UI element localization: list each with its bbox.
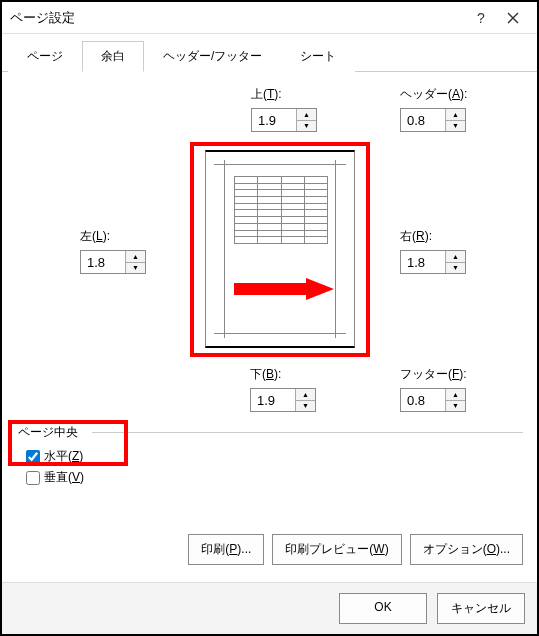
center-horizontal-label: 水平(Z) bbox=[44, 448, 83, 465]
page-center-legend: ページ中央 bbox=[16, 424, 80, 441]
left-margin-input[interactable] bbox=[81, 251, 125, 273]
svg-rect-0 bbox=[234, 283, 306, 295]
arrow-right-icon bbox=[234, 278, 334, 300]
header-margin-label: ヘッダー(A): bbox=[400, 86, 467, 103]
close-button[interactable] bbox=[497, 4, 529, 32]
print-preview-button[interactable]: 印刷プレビュー(W) bbox=[272, 534, 401, 565]
spin-up-icon[interactable]: ▲ bbox=[446, 109, 465, 121]
spin-up-icon[interactable]: ▲ bbox=[446, 251, 465, 263]
spin-up-icon[interactable]: ▲ bbox=[446, 389, 465, 401]
spin-down-icon[interactable]: ▼ bbox=[446, 263, 465, 274]
margins-area: 上(T): ▲▼ ヘッダー(A): ▲▼ 左(L): ▲▼ 右(R): bbox=[16, 86, 523, 426]
titlebar: ページ設定 ? bbox=[2, 2, 537, 34]
tab-page[interactable]: ページ bbox=[8, 41, 82, 72]
spin-up-icon[interactable]: ▲ bbox=[126, 251, 145, 263]
spin-down-icon[interactable]: ▼ bbox=[297, 121, 316, 132]
top-margin-input[interactable] bbox=[252, 109, 296, 131]
spin-down-icon[interactable]: ▼ bbox=[126, 263, 145, 274]
bottom-margin-spinner[interactable]: ▲▼ bbox=[250, 388, 316, 412]
page-preview bbox=[205, 150, 355, 348]
bottom-margin-input[interactable] bbox=[251, 389, 295, 411]
top-margin-label: 上(T): bbox=[251, 86, 282, 103]
tab-sheet[interactable]: シート bbox=[281, 41, 355, 72]
help-button[interactable]: ? bbox=[465, 4, 497, 32]
header-margin-spinner[interactable]: ▲▼ bbox=[400, 108, 466, 132]
action-button-row: 印刷(P)... 印刷プレビュー(W) オプション(O)... bbox=[16, 534, 523, 565]
center-vertical-label: 垂直(V) bbox=[44, 469, 84, 486]
tab-margins[interactable]: 余白 bbox=[82, 41, 144, 72]
dialog-footer: OK キャンセル bbox=[2, 582, 537, 634]
cancel-button[interactable]: キャンセル bbox=[437, 593, 525, 624]
tab-bar: ページ 余白 ヘッダー/フッター シート bbox=[2, 34, 537, 72]
tab-header-footer[interactable]: ヘッダー/フッター bbox=[144, 41, 281, 72]
right-margin-spinner[interactable]: ▲▼ bbox=[400, 250, 466, 274]
footer-margin-spinner[interactable]: ▲▼ bbox=[400, 388, 466, 412]
ok-button[interactable]: OK bbox=[339, 593, 427, 624]
top-margin-spinner[interactable]: ▲▼ bbox=[251, 108, 317, 132]
print-button[interactable]: 印刷(P)... bbox=[188, 534, 264, 565]
center-vertical-checkbox[interactable] bbox=[26, 471, 40, 485]
spin-up-icon[interactable]: ▲ bbox=[296, 389, 315, 401]
spin-down-icon[interactable]: ▼ bbox=[446, 121, 465, 132]
page-center-group: ページ中央 水平(Z) 垂直(V) bbox=[16, 432, 523, 500]
close-icon bbox=[507, 12, 519, 24]
right-margin-label: 右(R): bbox=[400, 228, 432, 245]
left-margin-spinner[interactable]: ▲▼ bbox=[80, 250, 146, 274]
dialog-title: ページ設定 bbox=[10, 9, 465, 27]
preview-grid-icon bbox=[234, 176, 328, 244]
right-margin-input[interactable] bbox=[401, 251, 445, 273]
page-preview-highlight bbox=[190, 142, 370, 357]
bottom-margin-label: 下(B): bbox=[250, 366, 281, 383]
spin-down-icon[interactable]: ▼ bbox=[446, 401, 465, 412]
svg-marker-1 bbox=[306, 278, 334, 300]
footer-margin-label: フッター(F): bbox=[400, 366, 467, 383]
center-horizontal-checkbox[interactable] bbox=[26, 450, 40, 464]
footer-margin-input[interactable] bbox=[401, 389, 445, 411]
header-margin-input[interactable] bbox=[401, 109, 445, 131]
left-margin-label: 左(L): bbox=[80, 228, 110, 245]
spin-down-icon[interactable]: ▼ bbox=[296, 401, 315, 412]
spin-up-icon[interactable]: ▲ bbox=[297, 109, 316, 121]
options-button[interactable]: オプション(O)... bbox=[410, 534, 523, 565]
